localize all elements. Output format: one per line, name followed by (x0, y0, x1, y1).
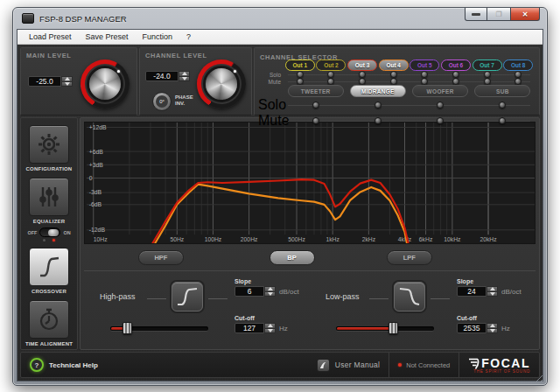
highpass-shape-button[interactable] (172, 282, 203, 312)
highpass-label: High-pass (100, 292, 136, 301)
main-level-value[interactable]: -25.0 (28, 76, 61, 87)
group-solo-button-3[interactable] (437, 102, 444, 108)
output-mute-button-6[interactable] (452, 78, 459, 85)
group-mute-button-4[interactable] (499, 117, 506, 124)
output-solo-button-4[interactable] (390, 71, 397, 78)
lowpass-shape-button[interactable] (394, 282, 425, 312)
output-solo-button-2[interactable] (327, 71, 334, 78)
technical-help-label[interactable]: Technical Help (49, 361, 98, 369)
highpass-section: High-pass Slope (84, 271, 310, 349)
sidebar-item-time-alignment[interactable] (29, 300, 69, 339)
slope-down-button[interactable] (486, 292, 498, 298)
focal-wordmark: FOCAL (481, 356, 530, 370)
channel-level-down-button[interactable] (178, 77, 190, 82)
divider (369, 298, 388, 299)
title-bar[interactable]: FSP-8 DSP MANAGER ❐ ✕ (13, 8, 547, 29)
group-button-woofer[interactable]: WOOFER (412, 85, 468, 97)
output-solo-button-7[interactable] (484, 71, 491, 78)
output-button-6[interactable]: Out 6 (441, 60, 471, 71)
channel-selector-panel: CHANNEL SELECTOR Out 1Out 2Out 3Out 4Out… (254, 47, 540, 116)
group-button-midrange[interactable]: MIDRANGE (350, 85, 406, 97)
group-mute-button-2[interactable] (374, 117, 382, 124)
tab-bp[interactable]: BP (270, 250, 315, 265)
highpass-slope-block: Slope 6 (234, 278, 299, 297)
output-mute-button-7[interactable] (484, 78, 491, 85)
output-button-8[interactable]: Out 8 (503, 60, 533, 71)
sidebar-item-configuration[interactable] (29, 125, 69, 164)
sidebar-label-crossover: CROSSOVER (32, 289, 66, 294)
connection-status: Not Connected (406, 361, 450, 369)
menu-help[interactable]: ? (180, 31, 197, 43)
group-button-tweeter[interactable]: TWEETER (288, 85, 344, 97)
slope-unit: dB/oct (501, 288, 522, 296)
output-solo-button-5[interactable] (421, 71, 428, 78)
phase-invert-button[interactable]: 0° (152, 92, 172, 111)
solo-label: Solo (258, 97, 284, 113)
output-mute-button-3[interactable] (359, 78, 366, 85)
filter-tabs-row: HPF BP LPF (84, 244, 536, 270)
output-mute-button-1[interactable] (297, 78, 304, 85)
close-button[interactable]: ✕ (510, 8, 540, 21)
output-button-1[interactable]: Out 1 (285, 60, 315, 71)
technical-help-icon[interactable]: ? (30, 358, 44, 372)
main-level-stepper: -25.0 (28, 76, 73, 87)
output-solo-button-6[interactable] (452, 71, 459, 78)
lowpass-slope-value[interactable]: 24 (457, 286, 486, 297)
cutoff-down-button[interactable] (264, 329, 276, 334)
down-arrow-icon (65, 82, 70, 86)
sidebar-label-equalizer: EQUALIZER (33, 219, 65, 224)
highpass-cutoff-value[interactable]: 127 (234, 323, 264, 333)
channel-level-knob[interactable] (197, 60, 246, 108)
main-level-down-button[interactable] (61, 82, 73, 88)
main-level-knob[interactable] (80, 60, 130, 108)
group-solo-button-4[interactable] (499, 102, 506, 108)
lowpass-cutoff-value[interactable]: 2535 (457, 323, 486, 333)
tab-lpf[interactable]: LPF (387, 250, 432, 265)
output-solo-button-3[interactable] (359, 71, 366, 78)
output-mute-button-5[interactable] (421, 78, 428, 85)
group-mute-button-3[interactable] (437, 117, 444, 124)
sidebar-item-crossover[interactable] (29, 248, 69, 286)
output-solo-button-8[interactable] (514, 71, 522, 78)
slope-label: Slope (457, 278, 522, 284)
slope-down-button[interactable] (264, 292, 276, 298)
output-solo-button-1[interactable] (297, 71, 304, 78)
output-button-2[interactable]: Out 2 (316, 60, 346, 71)
divider (430, 298, 450, 299)
group-button-sub[interactable]: SUB (474, 85, 530, 97)
output-mute-button-2[interactable] (327, 78, 334, 85)
highpass-cutoff-slider[interactable] (110, 322, 208, 334)
slider-handle[interactable] (122, 322, 132, 334)
eq-on-off-toggle[interactable] (39, 228, 60, 237)
menu-save-preset[interactable]: Save Preset (80, 31, 135, 43)
maximize-button[interactable]: ❐ (487, 8, 510, 21)
output-button-5[interactable]: Out 5 (410, 60, 439, 71)
crossover-main-panel: +12dB+6dB+3dB0-3dB-6dB-12dB10Hz50Hz100Hz… (80, 117, 540, 350)
group-mute-button-1[interactable] (312, 117, 319, 124)
minimize-button[interactable] (465, 8, 487, 21)
output-mute-button-8[interactable] (514, 78, 522, 85)
svg-text:500Hz: 500Hz (288, 236, 305, 242)
output-button-3[interactable]: Out 3 (347, 60, 377, 71)
output-mute-button-4[interactable] (390, 78, 397, 85)
lowpass-cutoff-slider[interactable] (336, 322, 434, 334)
output-button-4[interactable]: Out 4 (379, 60, 409, 71)
highpass-cutoff-block: Cut-off 127 (234, 315, 288, 333)
user-manual-link[interactable]: User Manual (335, 360, 381, 369)
group-solo-button-2[interactable] (374, 102, 382, 108)
sidebar-item-equalizer[interactable] (29, 178, 69, 216)
channel-level-value[interactable]: -24.0 (145, 71, 178, 81)
filter-controls: High-pass Slope (84, 270, 536, 349)
cutoff-down-button[interactable] (486, 329, 498, 334)
group-solo-button-1[interactable] (312, 102, 319, 108)
output-button-7[interactable]: Out 7 (472, 60, 502, 71)
up-arrow-icon (65, 77, 70, 80)
menu-function[interactable]: Function (136, 31, 179, 43)
highpass-slope-value[interactable]: 6 (234, 286, 264, 297)
menu-load-preset[interactable]: Load Preset (23, 31, 78, 43)
divider (458, 353, 459, 377)
tab-hpf[interactable]: HPF (138, 250, 184, 265)
gear-icon (36, 131, 62, 158)
cutoff-label: Cut-off (457, 315, 510, 321)
slider-handle[interactable] (388, 322, 398, 334)
